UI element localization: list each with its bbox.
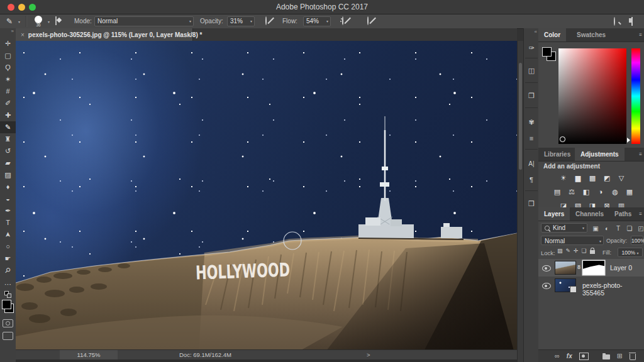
foreground-color-swatch[interactable] — [2, 300, 11, 309]
pen-tool[interactable]: ✒ — [0, 205, 16, 217]
foreground-color-swatch[interactable] — [542, 47, 552, 57]
device-preview-icon[interactable]: ◫ — [524, 63, 539, 77]
tab-channels[interactable]: Channels — [570, 207, 609, 221]
brush-settings-icon[interactable]: ≡ — [524, 131, 539, 145]
status-options-chevron-icon[interactable]: > — [367, 350, 370, 359]
filter-type-icon[interactable]: T — [614, 223, 623, 233]
layer-row-background-photo[interactable]: pexels-photo-355465 — [538, 277, 644, 294]
hand-tool[interactable]: ☛ — [0, 253, 16, 265]
mask-link-icon[interactable]: 8 — [577, 264, 580, 270]
pressure-size-icon[interactable] — [367, 16, 369, 25]
layer-thumbnail[interactable] — [555, 278, 576, 292]
brush-preset-picker[interactable]: 36 — [31, 15, 45, 28]
saturation-brightness-field[interactable] — [558, 48, 626, 144]
lock-artboard-icon[interactable]: ❏ — [582, 248, 587, 254]
tab-adjustments[interactable]: Adjustments — [575, 148, 625, 161]
delete-layer-icon[interactable] — [630, 354, 636, 360]
shape-tool[interactable]: ○ — [0, 241, 16, 253]
dock-collapse-icon[interactable]: « — [535, 29, 537, 35]
tab-paths[interactable]: Paths — [609, 207, 637, 221]
healing-brush-tool[interactable]: ✚ — [0, 109, 16, 121]
lock-paint-icon[interactable]: ✎ — [566, 248, 571, 254]
new-layer-icon[interactable]: ⊞ — [617, 353, 623, 359]
color-lookup-icon[interactable]: ▦ — [623, 187, 636, 197]
path-selection-tool[interactable]: ➤ — [0, 229, 16, 241]
marquee-tool[interactable]: ▢ — [0, 50, 16, 62]
visibility-eye-icon[interactable] — [542, 265, 551, 272]
fill-field[interactable]: 100% ▾ — [618, 248, 643, 257]
foreground-background-swatches[interactable] — [0, 299, 16, 314]
eraser-tool[interactable]: ▰ — [0, 157, 16, 169]
close-tab-icon[interactable]: × — [21, 31, 25, 38]
color-panel-swatches[interactable] — [542, 47, 557, 62]
layer-name[interactable]: Layer 0 — [610, 264, 632, 272]
pressure-opacity-icon[interactable] — [265, 16, 267, 25]
tab-layers[interactable]: Layers — [538, 207, 570, 221]
brightness-contrast-icon[interactable]: ☀ — [557, 173, 570, 183]
toolbar-expand-icon[interactable]: » — [11, 28, 14, 34]
crop-tool[interactable]: # — [0, 85, 16, 97]
clone-stamp-tool[interactable]: ♜ — [0, 133, 16, 145]
hue-slider[interactable] — [631, 48, 640, 144]
magic-wand-tool[interactable]: ✶ — [0, 74, 16, 85]
brush-picker-caret-icon[interactable]: ▾ — [48, 19, 50, 24]
search-icon[interactable] — [614, 17, 615, 26]
channel-mixer-icon[interactable]: ◍ — [609, 187, 621, 197]
blur-tool[interactable]: ♦ — [0, 181, 16, 193]
flow-dropdown[interactable]: 54% ▾ — [303, 16, 331, 26]
levels-icon[interactable]: ▆ — [572, 173, 584, 183]
link-layers-icon[interactable]: ∞ — [555, 353, 560, 359]
canvas-area[interactable]: HOLLYWOOD — [16, 41, 517, 362]
dodge-tool[interactable]: ◒ — [0, 193, 16, 205]
layer-style-icon[interactable]: fx — [567, 353, 572, 359]
mode-dropdown[interactable]: Normal ▾ — [94, 16, 194, 26]
tool-preset-caret-icon[interactable]: ▾ — [18, 19, 20, 24]
zoom-tool[interactable]: ⚲ — [0, 265, 16, 277]
lasso-tool[interactable]: Ϙ — [0, 62, 16, 74]
curves-icon[interactable]: ▩ — [586, 173, 599, 183]
color-picker-ring[interactable] — [560, 136, 565, 142]
panel-menu-icon[interactable]: ≡ — [639, 32, 642, 38]
filter-pixel-icon[interactable]: ▣ — [591, 223, 600, 233]
airbrush-icon[interactable] — [342, 16, 343, 25]
filter-adjustment-icon[interactable]: ◐ — [602, 223, 611, 233]
color-balance-icon[interactable]: ⚖ — [565, 187, 578, 197]
screen-mode-toggle[interactable] — [0, 330, 16, 342]
quick-mask-toggle[interactable] — [0, 317, 16, 329]
lock-transparency-icon[interactable]: ▨ — [557, 248, 563, 254]
tab-libraries[interactable]: Libraries — [538, 148, 576, 161]
layer-row-layer0[interactable]: 8 Layer 0 — [538, 259, 644, 277]
document-tab[interactable]: × pexels-photo-305256.jpg @ 115% (Layer … — [16, 28, 193, 41]
layer-name[interactable]: pexels-photo-355465 — [582, 282, 644, 297]
layer-mask-thumbnail[interactable] — [583, 261, 604, 275]
panel-menu-icon[interactable]: ≡ — [639, 211, 642, 217]
lock-all-icon[interactable] — [590, 250, 595, 254]
gradient-tool[interactable]: ▨ — [0, 169, 16, 181]
tool-presets-icon[interactable]: ❐ — [524, 89, 539, 102]
brushes-icon[interactable]: ✾ — [524, 115, 539, 129]
visibility-eye-icon[interactable] — [542, 283, 551, 289]
workspace-switcher-icon[interactable] — [631, 17, 633, 26]
current-tool-icon[interactable]: ✎ — [6, 17, 13, 26]
scrollbar-thumb[interactable] — [519, 63, 522, 170]
opacity-dropdown[interactable]: 31% ▾ — [227, 16, 255, 26]
toggle-brush-panel-icon[interactable] — [55, 16, 57, 25]
paragraph-panel-icon[interactable]: ¶ — [524, 173, 539, 187]
zoom-level-field[interactable]: 114.75% — [60, 350, 118, 359]
filter-shape-icon[interactable]: ❏ — [625, 223, 634, 233]
clone-source-icon[interactable]: ✑ — [524, 41, 539, 55]
black-white-icon[interactable]: ◧ — [580, 187, 592, 197]
blend-mode-dropdown[interactable]: Normal ▾ — [541, 236, 604, 245]
move-tool[interactable]: ✛ — [0, 38, 16, 50]
history-brush-tool[interactable]: ↺ — [0, 145, 16, 157]
hue-slider-arrow[interactable] — [627, 138, 630, 143]
character-panel-icon[interactable]: A| — [524, 156, 539, 170]
exposure-icon[interactable]: ◩ — [601, 173, 613, 183]
filter-smart-object-icon[interactable]: ◰ — [636, 223, 644, 233]
lock-move-icon[interactable]: ✛ — [574, 248, 579, 254]
hue-saturation-icon[interactable]: ▤ — [551, 187, 564, 197]
3d-panel-icon[interactable]: ❒ — [524, 197, 539, 211]
vibrance-icon[interactable]: ▽ — [615, 173, 628, 183]
type-tool[interactable]: T — [0, 217, 16, 229]
tab-swatches[interactable]: Swatches — [571, 28, 611, 41]
